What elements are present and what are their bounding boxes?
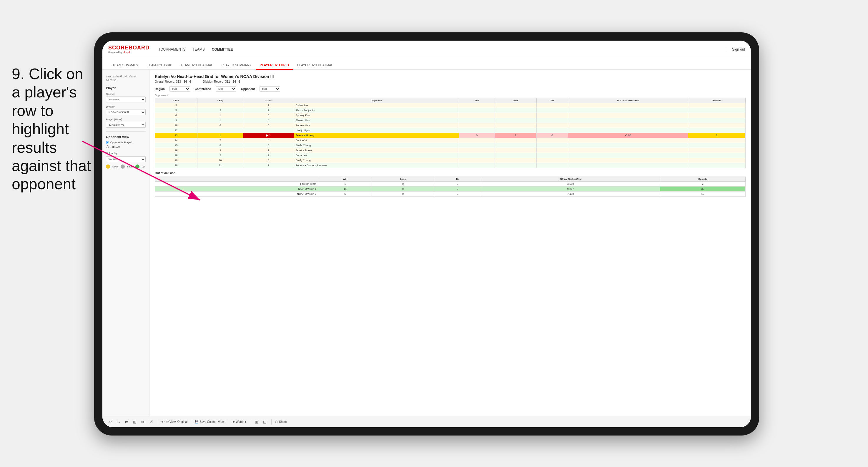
out-col-win: Win [318,177,372,182]
colour-label-level: Level [127,165,133,168]
nav-tournaments[interactable]: TOURNAMENTS [158,46,185,53]
toolbar-separator-2 [191,419,191,425]
edit-button[interactable]: ✏ [140,419,146,425]
out-col-rounds: Rounds [660,177,745,182]
table-row[interactable]: 18 2 2 Euna Lee [155,153,746,158]
sub-nav-player-summary[interactable]: PLAYER SUMMARY [217,61,256,70]
opponent-filter-select[interactable]: (All) [259,86,280,92]
division-select[interactable]: NCAA Division III [106,109,146,115]
radio-opponents-played[interactable]: Opponents Played [106,141,146,144]
grid-panel: Katelyn Vo Head-to-Head Grid for Women's… [150,70,751,416]
swap-button[interactable]: ⇄ [124,419,129,425]
sub-nav-player-h2h-heatmap[interactable]: PLAYER H2H HEATMAP [293,61,338,70]
eye-icon: 👁 [161,420,164,424]
undo-button[interactable]: ↩ [107,419,113,425]
out-of-division-title: Out of division [155,172,746,175]
sidebar-section-title: Player [106,86,146,90]
main-content: Last Updated: 27/03/2024 16:55:38 Player… [102,70,751,416]
share-icon: ⬡ [275,420,278,424]
sign-out-button[interactable]: Sign out [727,48,745,52]
division-record-label: Division Record: [203,80,224,83]
opponent-filter-group: Opponent (All) [241,86,280,92]
radio-top100[interactable]: Top 100 [106,145,146,148]
grid-button[interactable]: ⊞ [132,419,138,425]
gender-label: Gender [106,93,146,96]
conference-filter-title: Conference [195,87,211,91]
colour-by-label: Colour by [106,152,146,155]
save-custom-view-button[interactable]: 💾 Save Custom View [195,420,224,424]
sub-nav-player-h2h-grid[interactable]: PLAYER H2H GRID [256,61,293,70]
opponents-label: Opponents: [155,94,746,97]
out-table-row[interactable]: NCAA Division 2 5 0 0 7.400 10 [155,192,746,196]
grid-subtitle: Overall Record: 353 - 34 - 6 Division Re… [155,80,746,83]
out-table-row[interactable]: NAIA Division 1 15 0 0 9.267 30 [155,187,746,192]
region-filter-select[interactable]: (All) [169,86,190,92]
last-updated: Last Updated: 27/03/2024 16:55:38 [106,75,146,82]
save-icon: 💾 [195,420,198,424]
division-label: Division [106,105,146,108]
opponent-view-title: Opponent view [106,135,146,138]
colour-label-up: Up [142,165,145,168]
player-label: Player (Rank) [106,118,146,121]
highlighted-row[interactable]: 13 1 ▶ 1 Jessica Huang 0 1 0 -3.00 2 [155,133,746,138]
toolbar-separator-4 [250,419,250,425]
sub-nav-team-h2h-grid[interactable]: TEAM H2H GRID [143,61,177,70]
col-header-diff: Diff Av Strokes/Rnd [568,98,688,103]
col-header-reg: # Reg [197,98,243,103]
view-original-button[interactable]: 👁 👁 View: Original [161,420,187,424]
table-row[interactable]: 9 1 4 Sharon Mun [155,118,746,123]
logo-text: SCOREBOARD [108,45,150,51]
table-row[interactable]: 3 1 Esther Lee [155,103,746,108]
refresh-button[interactable]: ↺ [148,419,154,425]
colour-dot-level [121,164,125,168]
gender-select[interactable]: Women's [106,96,146,102]
out-of-division-table: Win Loss Tie Diff Av Strokes/Rnd Rounds … [155,177,746,196]
sidebar: Last Updated: 27/03/2024 16:55:38 Player… [102,70,150,416]
conference-filter-group: Conference (All) [195,86,236,92]
table-row[interactable]: 16 9 1 Jessica Mason [155,148,746,153]
sub-nav-team-h2h-heatmap[interactable]: TEAM H2H HEATMAP [177,61,217,70]
filter-row: Region (All) Conference (All) Opponent [155,86,746,92]
table-row[interactable]: 10 6 3 Andrea York [155,123,746,128]
sub-nav-team-summary[interactable]: TEAM SUMMARY [108,61,143,70]
top-nav: SCOREBOARD Powered by clippd TOURNAMENTS… [102,41,751,58]
sub-nav: TEAM SUMMARY TEAM H2H GRID TEAM H2H HEAT… [102,58,751,70]
col-header-div: # Div [155,98,197,103]
bottom-toolbar: ↩ ↪ ⇄ ⊞ ✏ ↺ 👁 👁 View: Original 💾 Save Cu… [102,416,751,427]
player-select[interactable]: 8. Katelyn Vo [106,122,146,128]
overall-record-value: 353 - 34 - 6 [176,80,191,83]
table-row[interactable]: 14 7 4 Eunice Yi [155,138,746,143]
table-row[interactable]: 20 11 7 Federica Domecq Lacroze [155,163,746,168]
table-row[interactable]: 12 Haeijo Hyun [155,128,746,133]
division-record-value: 331 - 34 - 6 [225,80,240,83]
colour-dot-down [106,164,110,168]
instruction-text: 9. Click on a player's row to highlight … [12,65,94,193]
redo-button[interactable]: ↪ [115,419,121,425]
opponent-view: Opponent view Opponents Played Top 100 [106,135,146,148]
table-row[interactable]: 6 1 3 Sydney Kuo [155,113,746,118]
table-row[interactable]: 15 8 5 Stella Cheng [155,143,746,148]
nav-links: TOURNAMENTS TEAMS COMMITTEE [158,46,727,53]
table-row[interactable]: 19 10 6 Emily Chang [155,158,746,163]
share-button[interactable]: ⬡ Share [275,420,287,424]
out-col-team [155,177,318,182]
layout-button[interactable]: ⊞ [254,419,259,425]
conference-filter-select[interactable]: (All) [216,86,236,92]
colour-by-select[interactable]: Win/loss [106,156,146,162]
tablet-screen: SCOREBOARD Powered by clippd TOURNAMENTS… [102,41,751,427]
main-data-table: # Div # Reg # Conf Opponent Win Loss Tie… [155,98,746,168]
out-table-row[interactable]: Foreign Team 1 0 0 4.500 2 [155,182,746,187]
logo: SCOREBOARD Powered by clippd [108,45,150,54]
nav-teams[interactable]: TEAMS [192,46,205,53]
table-row[interactable]: 5 2 2 Alexis Sudjianto [155,108,746,113]
watch-button[interactable]: 👁 Watch ▾ [232,420,247,424]
nav-committee[interactable]: COMMITTEE [212,46,233,53]
colour-legend: Down Level Up [106,164,146,168]
region-filter-group: Region (All) [155,86,190,92]
col-header-opponent: Opponent [293,98,459,103]
grid-title: Katelyn Vo Head-to-Head Grid for Women's… [155,74,746,79]
opponent-filter-title: Opponent [241,87,255,91]
crop-button[interactable]: ⊡ [262,419,268,425]
colour-label-down: Down [113,165,118,168]
col-header-rounds: Rounds [688,98,746,103]
